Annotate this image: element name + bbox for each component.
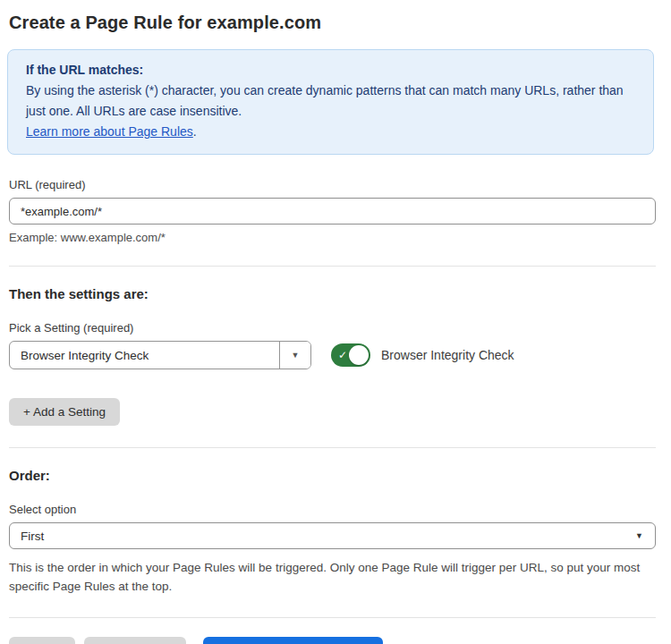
divider xyxy=(9,447,656,448)
save-draft-button[interactable]: Save as Draft xyxy=(84,637,186,644)
check-icon: ✓ xyxy=(338,350,347,360)
url-input[interactable] xyxy=(9,198,656,225)
setting-toggle-label: Browser Integrity Check xyxy=(381,348,514,362)
order-select[interactable]: First ▼ xyxy=(9,522,656,549)
url-field-group: URL (required) Example: www.example.com/… xyxy=(9,178,662,244)
order-select-value: First xyxy=(21,530,44,543)
chevron-down-icon: ▼ xyxy=(292,352,300,360)
pick-setting-label: Pick a Setting (required) xyxy=(9,321,662,335)
setting-picker-dropdown[interactable]: Browser Integrity Check ▼ xyxy=(9,341,311,369)
setting-picker-value: Browser Integrity Check xyxy=(10,342,279,369)
url-matches-info-box: If the URL matches: By using the asteris… xyxy=(7,49,654,155)
divider xyxy=(9,266,656,267)
create-page-rule-form: Create a Page Rule for example.com If th… xyxy=(0,0,671,644)
save-deploy-button[interactable]: Save and Deploy Page Rule xyxy=(203,637,384,644)
info-box-heading: If the URL matches: xyxy=(26,60,635,80)
cancel-button[interactable]: Cancel xyxy=(9,637,75,644)
link-period: . xyxy=(193,124,197,139)
setting-toggle-group: ✓ Browser Integrity Check xyxy=(331,343,514,367)
learn-more-link[interactable]: Learn more about Page Rules xyxy=(26,124,193,139)
divider xyxy=(9,617,656,618)
toggle-knob xyxy=(349,345,369,365)
settings-section-heading: Then the settings are: xyxy=(9,286,662,301)
browser-integrity-toggle[interactable]: ✓ xyxy=(331,343,370,367)
footer-actions: Cancel Save as Draft Save and Deploy Pag… xyxy=(9,637,662,644)
info-box-link-line: Learn more about Page Rules. xyxy=(26,122,635,142)
order-select-label: Select option xyxy=(9,503,662,516)
url-field-example: Example: www.example.com/* xyxy=(9,231,662,244)
info-box-body: By using the asterisk (*) character, you… xyxy=(26,80,635,122)
order-help-text: This is the order in which your Page Rul… xyxy=(9,558,656,596)
url-field-label: URL (required) xyxy=(9,178,662,191)
page-title: Create a Page Rule for example.com xyxy=(9,13,662,33)
add-setting-button[interactable]: + Add a Setting xyxy=(9,398,120,426)
setting-row: Browser Integrity Check ▼ ✓ Browser Inte… xyxy=(9,341,662,369)
setting-picker-arrow-segment[interactable]: ▼ xyxy=(279,342,310,369)
chevron-down-icon: ▼ xyxy=(635,532,643,540)
order-section-heading: Order: xyxy=(9,468,662,483)
